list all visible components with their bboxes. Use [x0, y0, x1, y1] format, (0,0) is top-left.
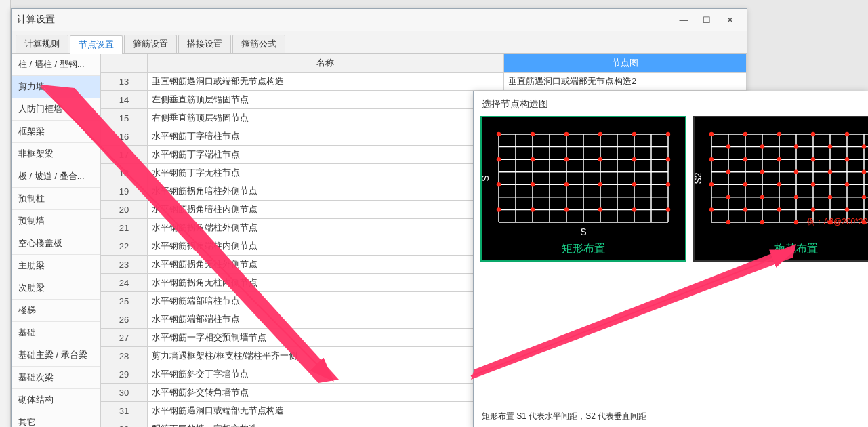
- diagram-option-1[interactable]: S2例：A6@200*200 s1 s2梅花布置: [693, 116, 868, 262]
- tab-3[interactable]: 搭接设置: [178, 35, 231, 53]
- svg-point-71: [760, 144, 764, 148]
- sidebar-item-3[interactable]: 框架梁: [12, 121, 100, 143]
- svg-point-34: [598, 182, 602, 186]
- row-name-cell[interactable]: 水平钢筋拐角暗柱内侧节点: [147, 201, 503, 219]
- svg-point-70: [726, 144, 730, 148]
- col-header-name[interactable]: 名称: [147, 54, 503, 73]
- dialog-titlebar: 计算设置 — ☐ ✕: [12, 9, 747, 31]
- minimize-button[interactable]: —: [672, 12, 695, 27]
- row-number: 19: [101, 182, 148, 201]
- svg-point-19: [497, 132, 501, 136]
- row-name-cell[interactable]: 水平钢筋遇洞口或端部无节点构造: [147, 402, 503, 420]
- row-name-cell[interactable]: 左侧垂直筋顶层锚固节点: [147, 91, 503, 109]
- tab-2[interactable]: 箍筋设置: [124, 35, 177, 53]
- diagram-caption: 梅花布置: [695, 239, 868, 260]
- svg-point-98: [743, 207, 747, 211]
- row-name-cell[interactable]: 水平钢筋端部暗柱节点: [147, 292, 503, 310]
- sidebar-item-0[interactable]: 柱 / 墙柱 / 型钢...: [12, 54, 100, 76]
- row-name-cell[interactable]: 右侧垂直筋顶层锚固节点: [147, 109, 503, 127]
- tab-0[interactable]: 计算规则: [16, 35, 68, 53]
- svg-point-31: [497, 182, 501, 186]
- row-name-cell[interactable]: 水平钢筋端部端柱节点: [147, 310, 503, 329]
- row-name-cell[interactable]: 水平钢筋一字相交预制墙节点: [147, 329, 503, 347]
- row-number: 21: [101, 219, 148, 237]
- sidebar-item-12[interactable]: 基础: [12, 322, 100, 344]
- row-name-cell[interactable]: 配筋不同的墙一字相交构造: [147, 420, 503, 428]
- svg-point-41: [632, 207, 636, 211]
- sidebar-item-10[interactable]: 次肋梁: [12, 277, 100, 300]
- svg-point-87: [743, 182, 747, 186]
- sidebar-item-2[interactable]: 人防门框墙: [12, 98, 100, 121]
- svg-point-28: [598, 157, 602, 161]
- row-name-cell[interactable]: 水平钢筋拐角无柱外侧节点: [147, 256, 503, 274]
- sidebar-item-7[interactable]: 预制墙: [12, 210, 100, 232]
- svg-point-79: [845, 157, 849, 161]
- row-name-cell[interactable]: 水平钢筋拐角端柱外侧节点: [147, 219, 503, 237]
- row-number: 27: [101, 329, 148, 347]
- svg-point-40: [598, 207, 602, 211]
- diagram-preview: SS: [482, 117, 685, 239]
- svg-point-68: [845, 132, 849, 136]
- sidebar-item-16[interactable]: 其它: [12, 411, 100, 427]
- row-name-cell[interactable]: 水平钢筋丁字暗柱节点: [147, 127, 503, 146]
- row-name-cell[interactable]: 水平钢筋拐角端柱内侧节点: [147, 237, 503, 256]
- svg-point-94: [794, 195, 798, 199]
- svg-point-75: [709, 157, 714, 161]
- row-number: 23: [101, 256, 148, 274]
- sidebar-item-11[interactable]: 楼梯: [12, 300, 100, 322]
- svg-point-93: [760, 195, 764, 199]
- diagram-option-0[interactable]: SS矩形布置: [480, 116, 686, 262]
- svg-point-89: [811, 182, 815, 186]
- sidebar-item-13[interactable]: 基础主梁 / 承台梁: [12, 344, 100, 367]
- svg-point-99: [777, 207, 781, 211]
- svg-point-84: [828, 170, 832, 174]
- row-node-cell[interactable]: 垂直筋遇洞口或端部无节点构造2: [503, 73, 746, 91]
- col-header-node[interactable]: 节点图: [503, 54, 746, 73]
- sidebar-item-5[interactable]: 板 / 坡道 / 叠合...: [12, 165, 100, 188]
- row-number: 15: [101, 109, 148, 127]
- svg-text:S: S: [482, 175, 491, 181]
- row-name-cell[interactable]: 水平钢筋斜交转角墙节点: [147, 384, 503, 402]
- row-number: 30: [101, 384, 148, 402]
- sidebar-item-6[interactable]: 预制柱: [12, 188, 100, 210]
- row-name-cell[interactable]: 垂直钢筋遇洞口或端部无节点构造: [147, 73, 503, 91]
- row-name-cell[interactable]: 剪力墙遇框架柱/框支柱/端柱平齐一侧: [147, 347, 503, 365]
- row-name-cell[interactable]: 水平钢筋斜交丁字墙节点: [147, 365, 503, 384]
- row-number: 29: [101, 365, 148, 384]
- row-number: 25: [101, 292, 148, 310]
- settings-tabs: 计算规则节点设置箍筋设置搭接设置箍筋公式: [12, 31, 747, 54]
- svg-point-65: [743, 132, 747, 136]
- row-name-cell[interactable]: 水平钢筋丁字端柱节点: [147, 146, 503, 164]
- close-button[interactable]: ✕: [718, 12, 741, 27]
- row-name-cell[interactable]: 水平钢筋拐角暗柱外侧节点: [147, 182, 503, 201]
- sidebar-item-4[interactable]: 非框架梁: [12, 143, 100, 165]
- svg-point-21: [564, 132, 569, 136]
- tab-4[interactable]: 箍筋公式: [232, 35, 285, 53]
- svg-point-33: [564, 182, 569, 186]
- sidebar-item-15[interactable]: 砌体结构: [12, 389, 100, 411]
- svg-point-27: [564, 157, 569, 161]
- category-sidebar: 柱 / 墙柱 / 型钢...剪力墙人防门框墙框架梁非框架梁板 / 坡道 / 叠合…: [12, 54, 100, 427]
- svg-point-42: [666, 207, 670, 211]
- row-number: 22: [101, 237, 148, 256]
- sidebar-item-14[interactable]: 基础次梁: [12, 367, 100, 389]
- dialog-title: 计算设置: [17, 14, 672, 26]
- svg-point-73: [828, 144, 832, 148]
- svg-point-77: [777, 157, 781, 161]
- sidebar-item-1[interactable]: 剪力墙: [12, 76, 100, 98]
- sidebar-item-9[interactable]: 主肋梁: [12, 255, 100, 277]
- svg-point-67: [811, 132, 815, 136]
- svg-point-92: [726, 195, 730, 199]
- row-name-cell[interactable]: 水平钢筋拐角无柱内侧节点: [147, 274, 503, 292]
- app-background-strip: [0, 0, 11, 427]
- table-row[interactable]: 13垂直钢筋遇洞口或端部无节点构造垂直筋遇洞口或端部无节点构造2: [101, 73, 747, 91]
- maximize-button[interactable]: ☐: [695, 12, 718, 27]
- svg-point-103: [726, 220, 730, 224]
- row-number: 17: [101, 146, 148, 164]
- sidebar-item-8[interactable]: 空心楼盖板: [12, 232, 100, 255]
- row-number: 14: [101, 91, 148, 109]
- svg-point-105: [794, 220, 798, 224]
- row-number: 18: [101, 164, 148, 182]
- row-name-cell[interactable]: 水平钢筋丁字无柱节点: [147, 164, 503, 182]
- tab-1[interactable]: 节点设置: [70, 35, 123, 54]
